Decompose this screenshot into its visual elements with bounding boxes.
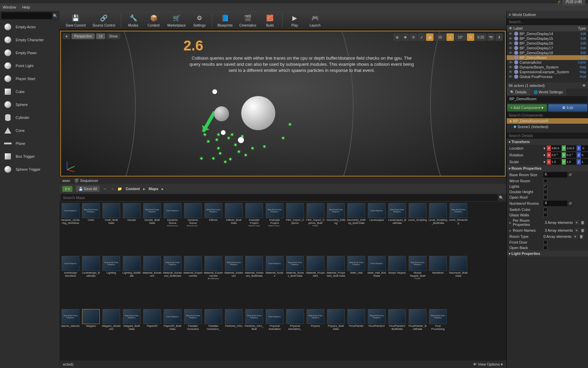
toolbar-marketplace[interactable]: 🛒Marketplace: [165, 12, 189, 29]
vp-gizmo-select[interactable]: ⊕: [393, 33, 401, 41]
add-new-button[interactable]: rt ▾: [62, 186, 72, 192]
thumb-item[interactable]: Parallax Occlusion_: [204, 309, 223, 359]
base-room-size-input[interactable]: 6: [543, 172, 567, 178]
add-component-button[interactable]: + Add Component ▾: [507, 104, 547, 111]
thumb-item[interactable]: Morph Targets: [388, 256, 407, 307]
thumb-item[interactable]: Material_Properties_Built Data: [326, 256, 345, 307]
thumb-item[interactable]: Data RegistryMaterial_Nodes: [265, 256, 284, 307]
viewport[interactable]: ▾ Perspective Lit Show ⊕ ✥ ⟳ ⤢ ▦ 10 ∠ 10…: [61, 31, 505, 176]
vp-snap-grid[interactable]: 10: [434, 33, 446, 41]
lights-checkbox[interactable]: [543, 184, 548, 188]
content-example-label[interactable]: 内容示例: [562, 0, 585, 5]
place-actor-player-start[interactable]: Player Start: [0, 72, 60, 85]
thumb-item[interactable]: Map Build Data RegistryPhysics: [306, 309, 325, 359]
tab-details[interactable]: 🔍 Details: [507, 89, 530, 95]
thumb-item[interactable]: Data RegistryMath_Hall_BuiltData: [367, 256, 386, 307]
menu-help[interactable]: Help: [22, 5, 30, 9]
vp-cam-speed[interactable]: 4: [495, 33, 503, 41]
outliner-row[interactable]: 👁Global PostProcessPost: [507, 74, 588, 79]
vp-snap-scale[interactable]: 0.25: [475, 33, 487, 41]
outliner-row[interactable]: 👁CameraActorCame: [507, 60, 588, 65]
vp-gizmo-scale[interactable]: ⤢: [418, 33, 425, 41]
thumb-item[interactable]: Cloth_Built Data: [102, 203, 121, 255]
thumb-item[interactable]: Data Registryeveldesign Workflow: [61, 256, 80, 307]
viewport-lit[interactable]: Lit: [96, 33, 105, 39]
viewport-perspective[interactable]: Perspective: [71, 33, 95, 39]
vp-snap-grid-icon[interactable]: ▦: [426, 33, 434, 41]
view-options-button[interactable]: 👁 View Options ▾: [473, 362, 503, 367]
nav-fwd[interactable]: →: [110, 187, 114, 191]
crumb-maps[interactable]: Maps: [149, 187, 158, 191]
place-actor-cylinder[interactable]: Cylinder: [0, 111, 60, 124]
place-actor-empty-pawn[interactable]: Empty Pawn: [0, 46, 60, 59]
search-icon-browser[interactable]: 🔍: [497, 194, 505, 201]
vp-gizmo-rotate[interactable]: ⟳: [410, 33, 417, 41]
edit-blueprint-button[interactable]: ⚙ Edit: [548, 104, 588, 111]
thumb-item[interactable]: PivotPainter_BuiltData: [408, 309, 427, 359]
world-outliner-header[interactable]: ≡ World Outliner: [507, 11, 588, 18]
place-actor-sphere[interactable]: Sphere: [0, 98, 60, 111]
thumb-item[interactable]: Material_Properties: [306, 256, 325, 307]
place-actor-cube[interactable]: Cube: [0, 85, 60, 98]
component-search[interactable]: [507, 112, 588, 118]
thumb-item[interactable]: Map Build Data RegistryNiagara_Built Dat…: [122, 309, 141, 359]
thumb-item[interactable]: PivotPainter: [347, 309, 366, 359]
toolbar-blueprints[interactable]: 📘Blueprints: [215, 12, 235, 29]
details-search[interactable]: [507, 133, 588, 139]
folder-icon[interactable]: 📁: [117, 187, 122, 191]
tab-sequencer[interactable]: 🎬 Sequencer: [74, 179, 98, 183]
thumb-item[interactable]: Material_Experimental: [183, 256, 202, 307]
place-actor-cone[interactable]: Cone: [0, 124, 60, 137]
open-roof-checkbox[interactable]: [543, 195, 548, 199]
thumb-item[interactable]: Map Build Data RegistryParticles_Intro_B…: [245, 309, 264, 359]
outliner-row[interactable]: 👁BP_DemoRoomEdit: [507, 55, 588, 60]
thumb-item[interactable]: Paper2D: [143, 309, 162, 359]
thumb-item[interactable]: Particles_Intro: [224, 309, 243, 359]
thumb-item[interactable]: Effects_Built Data: [224, 203, 243, 255]
thumb-item[interactable]: Navmesh_BuiltData: [449, 256, 468, 307]
thumb-item[interactable]: Level_Scripting_BuiltData: [428, 203, 447, 255]
thumb-item[interactable]: Map Build Data RegistryLevel_Streaming: [449, 203, 468, 255]
num-rooms-input[interactable]: 4: [543, 201, 567, 206]
thumb-item[interactable]: Material_Experimental BuiltData: [204, 256, 223, 307]
thumb-item[interactable]: Map Build Data RegistryDecals_Built Data: [143, 203, 162, 255]
place-actor-plane[interactable]: Plane: [0, 137, 60, 150]
col-visibility[interactable]: 👁: [509, 26, 513, 30]
outliner-row[interactable]: 👁ExpressionsExample_SystemNiag: [507, 70, 588, 74]
thumb-item[interactable]: Map Build Data RegistryExample Project W…: [265, 203, 284, 255]
thumb-item[interactable]: Niagara: [81, 309, 100, 359]
place-actor-box-trigger[interactable]: Box Trigger: [0, 150, 60, 163]
place-actor-point-light[interactable]: Point Light: [0, 59, 60, 72]
viewport-dropdown[interactable]: ▾: [63, 33, 70, 39]
vp-snap-scale-icon[interactable]: %: [467, 33, 474, 41]
thumb-item[interactable]: Map Build Data RegistryGeometry_Editing: [326, 203, 345, 255]
thumb-item[interactable]: Map Build Data RegistryPost Processing: [428, 309, 447, 359]
thumb-item[interactable]: Data RegistryDynamic Scene Shadows: [163, 203, 182, 255]
thumb-item[interactable]: Data RegistryPhysical Animation: [265, 309, 284, 359]
vp-snap-angle[interactable]: 10°: [455, 33, 466, 41]
content-thumbnails[interactable]: Data Registryharacter_rendering_Workflow…: [60, 202, 506, 361]
thumb-item[interactable]: Map Build Data RegistryMorph Targets_Bui…: [408, 256, 427, 307]
save-all-button[interactable]: 💾 Save All: [76, 186, 100, 192]
thumb-item[interactable]: Map Build Data Registryetwork_eatures: [61, 309, 80, 359]
toolbar-content[interactable]: 📦Content: [144, 12, 163, 29]
outliner-list[interactable]: 👁BP_DemoDisplay14Edit👁BP_DemoDisplay15Ed…: [507, 31, 588, 82]
outliner-row[interactable]: 👁BP_DemoDisplay18Edit: [507, 50, 588, 55]
thumb-item[interactable]: Example Project Welcome: [245, 203, 264, 255]
outliner-row[interactable]: 👁BP_DemoDisplay14Edit: [507, 31, 588, 36]
thumb-item[interactable]: Map Build Data RegistryLandscapes_BuiltD…: [388, 203, 407, 255]
cat-light[interactable]: ▾ Light Properties: [507, 250, 588, 257]
thumb-item[interactable]: Map Build Data RegistryMaterial_Instance…: [224, 256, 243, 307]
thumb-item[interactable]: Lighting_BuiltData: [122, 256, 141, 307]
vp-gizmo-move[interactable]: ✥: [402, 33, 409, 41]
thumb-item[interactable]: Map Build Data RegistryMath_Hall: [347, 256, 366, 307]
toolbar-modes[interactable]: 🔧Modes: [124, 12, 143, 29]
thumb-item[interactable]: Map Build Data RegistryLighting: [102, 256, 121, 307]
comp-self[interactable]: ●BP_DemoRoom(self): [507, 118, 588, 124]
toolbar-play[interactable]: ▶Play: [285, 12, 304, 29]
thumb-item[interactable]: Data Registryharacter_rendering_Workflow: [61, 203, 80, 255]
cat-room[interactable]: ▾ Room Properties: [507, 165, 588, 171]
crumb-content[interactable]: Content: [126, 187, 140, 191]
thumb-item[interactable]: Physical Animation_: [285, 309, 305, 359]
thumb-item[interactable]: FBX_Import_Options_Built Data: [306, 203, 325, 255]
